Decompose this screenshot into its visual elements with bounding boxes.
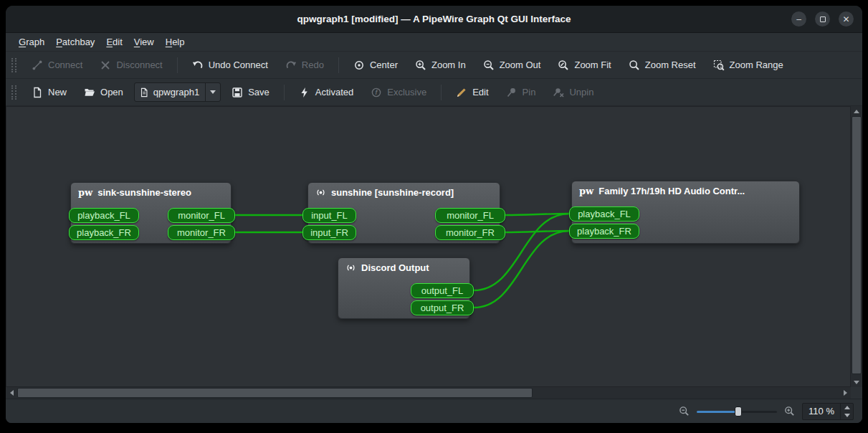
- toolbar-separator: [177, 57, 178, 73]
- toolbar-handle[interactable]: [11, 58, 16, 72]
- pencil-icon: [456, 87, 467, 98]
- scroll-right-button[interactable]: [839, 387, 851, 399]
- toolbar-separator: [441, 85, 442, 100]
- port-sink-monitor-fl[interactable]: monitor_FL: [168, 208, 235, 223]
- menubar: Graph Patchbay Edit View Help: [6, 33, 862, 52]
- port-sunshine-input-fr[interactable]: input_FR: [302, 225, 356, 240]
- menu-patchbay[interactable]: Patchbay: [50, 34, 100, 49]
- toolbar-handle[interactable]: [11, 85, 16, 100]
- zoom-slider-handle[interactable]: [735, 406, 742, 417]
- port-sunshine-monitor-fl[interactable]: monitor_FL: [435, 208, 505, 223]
- zoom-in-icon: [415, 60, 426, 71]
- port-sunshine-monitor-fr[interactable]: monitor_FR: [435, 225, 505, 240]
- open-folder-icon: [84, 87, 95, 98]
- graph-toolbar: Connect Disconnect Undo Connect Redo Cen…: [6, 52, 862, 79]
- zoom-out-icon: [483, 60, 495, 71]
- new-button[interactable]: New: [25, 84, 73, 101]
- node-title: sink-sunshine-stereo: [97, 187, 191, 198]
- port-family-playback-fr[interactable]: playback_FR: [569, 224, 639, 239]
- toolbar-separator: [338, 57, 339, 73]
- chevron-down-icon: [205, 83, 216, 101]
- new-file-icon: [32, 87, 43, 98]
- unpin-button[interactable]: Unpin: [546, 84, 600, 101]
- disconnect-icon: [100, 60, 111, 71]
- toolbar-separator: [284, 85, 285, 100]
- save-icon: [232, 87, 243, 98]
- zoom-spinbox[interactable]: 110 %: [802, 403, 854, 420]
- maximize-button[interactable]: [815, 11, 830, 27]
- port-discord-output-fr[interactable]: output_FR: [411, 300, 474, 315]
- patchbay-file-icon: [139, 87, 149, 97]
- port-family-playback-fl[interactable]: playback_FL: [569, 206, 639, 222]
- scroll-left-button[interactable]: [6, 387, 17, 399]
- connect-button[interactable]: Connect: [25, 57, 89, 74]
- statusbar: 110 %: [6, 399, 862, 423]
- zoom-value: 110 %: [803, 404, 840, 419]
- graph-view: pw sink-sunshine-stereo sunshine [sunshi…: [6, 106, 862, 399]
- app-window: qpwgraph1 [modified] — A PipeWire Graph …: [6, 6, 862, 423]
- zoom-slider[interactable]: [697, 405, 777, 418]
- port-sink-playback-fr[interactable]: playback_FR: [69, 225, 139, 240]
- menu-edit[interactable]: Edit: [100, 34, 128, 49]
- menu-help[interactable]: Help: [160, 34, 191, 49]
- node-title: sunshine [sunshine-record]: [331, 187, 454, 198]
- port-sunshine-input-fl[interactable]: input_FL: [302, 208, 356, 223]
- zoom-in-button[interactable]: Zoom In: [409, 57, 472, 74]
- window-title: qpwgraph1 [modified] — A PipeWire Graph …: [6, 14, 862, 24]
- zoom-out-icon: [679, 406, 690, 417]
- node-title: Family 17h/19h HD Audio Contr...: [598, 186, 745, 196]
- undo-icon: [192, 60, 204, 71]
- menu-graph[interactable]: Graph: [13, 34, 50, 49]
- port-discord-output-fl[interactable]: output_FL: [411, 283, 474, 298]
- port-sink-playback-fl[interactable]: playback_FL: [69, 208, 139, 223]
- scroll-down-button[interactable]: [851, 377, 862, 387]
- monitor-icon: [315, 187, 326, 198]
- unpin-icon: [553, 87, 564, 98]
- horizontal-scrollbar[interactable]: [6, 387, 851, 399]
- scroll-up-button[interactable]: [851, 106, 862, 116]
- vertical-scrollbar-thumb[interactable]: [852, 116, 862, 374]
- center-button[interactable]: Center: [347, 57, 404, 74]
- zoom-fit-button[interactable]: Zoom Fit: [551, 57, 617, 74]
- pin-button[interactable]: Pin: [500, 84, 543, 101]
- pin-icon: [506, 87, 518, 98]
- lightning-icon: [299, 87, 310, 98]
- menu-view[interactable]: View: [128, 34, 160, 49]
- redo-icon: [285, 60, 297, 71]
- port-sink-monitor-fr[interactable]: monitor_FR: [168, 225, 235, 240]
- zoom-in-icon: [784, 406, 795, 417]
- zoom-spin-down-button[interactable]: [841, 411, 853, 419]
- patchbay-selector-value: qpwgraph1: [153, 87, 199, 97]
- scrollbar-corner: [851, 387, 862, 399]
- window-controls: – ✕: [791, 11, 854, 27]
- minimize-button[interactable]: –: [791, 11, 806, 27]
- connect-icon: [32, 60, 43, 71]
- close-button[interactable]: ✕: [839, 11, 854, 27]
- zoom-fit-icon: [558, 60, 569, 71]
- zoom-reset-icon: [629, 60, 640, 71]
- zoom-spin-up-button[interactable]: [841, 404, 853, 411]
- horizontal-scrollbar-thumb[interactable]: [17, 388, 533, 398]
- exclusive-icon: f: [371, 87, 382, 98]
- zoom-range-button[interactable]: Zoom Range: [707, 57, 790, 74]
- titlebar[interactable]: qpwgraph1 [modified] — A PipeWire Graph …: [6, 6, 862, 33]
- zoom-reset-button[interactable]: Zoom Reset: [622, 57, 702, 74]
- exclusive-toggle[interactable]: f Exclusive: [364, 84, 433, 101]
- undo-connect-button[interactable]: Undo Connect: [186, 57, 275, 74]
- patchbay-selector[interactable]: qpwgraph1: [134, 82, 221, 102]
- edit-toggle[interactable]: Edit: [449, 84, 495, 101]
- center-icon: [353, 60, 365, 71]
- activated-toggle[interactable]: Activated: [292, 84, 360, 101]
- connections-layer: [6, 107, 851, 387]
- node-title: Discord Output: [361, 262, 429, 273]
- redo-button[interactable]: Redo: [279, 57, 330, 74]
- zoom-range-icon: [713, 60, 725, 71]
- pipewire-icon: pw: [579, 186, 593, 196]
- pipewire-icon: pw: [78, 188, 92, 197]
- save-button[interactable]: Save: [225, 84, 276, 101]
- graph-canvas[interactable]: pw sink-sunshine-stereo sunshine [sunshi…: [6, 106, 851, 387]
- vertical-scrollbar[interactable]: [851, 106, 862, 387]
- disconnect-button[interactable]: Disconnect: [93, 57, 168, 74]
- open-button[interactable]: Open: [77, 84, 130, 101]
- zoom-out-button[interactable]: Zoom Out: [477, 57, 548, 74]
